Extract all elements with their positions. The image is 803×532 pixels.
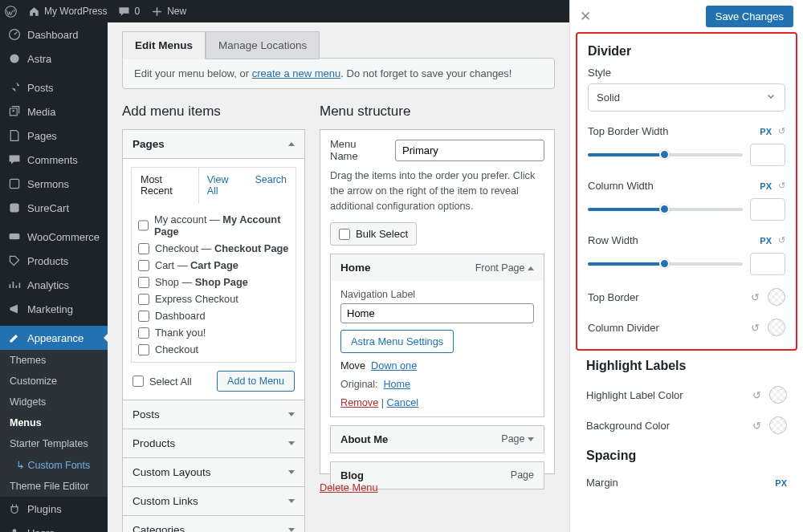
acc-pages-head[interactable]: Pages <box>123 130 304 158</box>
background-color-row: Background Color ↺ <box>586 416 787 434</box>
delete-menu-link[interactable]: Delete Menu <box>320 481 378 493</box>
acc-categories[interactable]: Categories <box>123 516 304 532</box>
style-select[interactable]: Solid <box>588 83 785 112</box>
row-width-slider[interactable] <box>588 262 743 266</box>
tab-manage-locations[interactable]: Manage Locations <box>206 31 320 59</box>
divider-section-highlight: Divider Style Solid Top Border Width PX↺… <box>576 32 797 351</box>
menu-name-label: Menu Name <box>330 138 385 162</box>
subnav-search[interactable]: Search <box>246 168 296 203</box>
pages-list: My account — My Account PageCheckout — C… <box>131 203 296 363</box>
comment-icon <box>118 6 130 18</box>
save-changes-button[interactable]: Save Changes <box>706 6 793 27</box>
subnav-viewall[interactable]: View All <box>198 168 247 203</box>
submenu-widgets[interactable]: Widgets <box>0 392 108 412</box>
astra-icon <box>8 52 21 65</box>
site-name[interactable]: My WordPress <box>28 6 107 18</box>
sidebar-item-astra[interactable]: Astra <box>0 47 108 71</box>
menu-item-about[interactable]: About Me Page <box>330 425 544 453</box>
nav-label-label: Navigation Label <box>340 289 534 300</box>
acc-products[interactable]: Products <box>123 429 304 457</box>
pages-subnav: Most Recent View All Search <box>131 167 296 203</box>
submenu-themes[interactable]: Themes <box>0 350 108 371</box>
column-width-slider[interactable] <box>588 208 743 211</box>
sidebar-item-media[interactable]: Media <box>0 99 108 124</box>
page-checkbox-row[interactable]: Thank you! <box>138 324 289 341</box>
surecart-icon <box>8 201 21 214</box>
reset-icon[interactable]: ↺ <box>778 181 785 191</box>
top-border-width-slider[interactable] <box>588 153 743 156</box>
column-divider-color-swatch[interactable] <box>768 319 785 336</box>
close-icon[interactable]: ✕ <box>580 8 591 25</box>
unit-px[interactable]: PX <box>760 181 772 191</box>
sidebar-item-surecart[interactable]: SureCart <box>0 196 108 220</box>
menu-item-home-head[interactable]: Home Front Page <box>331 254 544 281</box>
row-width-input[interactable] <box>750 253 785 275</box>
submenu-theme-file-editor[interactable]: Theme File Editor <box>0 476 108 497</box>
highlight-label-color-swatch[interactable] <box>769 386 787 404</box>
original-link[interactable]: Home <box>384 379 410 390</box>
sidebar-item-pages[interactable]: Pages <box>0 124 108 148</box>
top-border-width-input[interactable] <box>750 144 785 166</box>
sidebar-item-woocommerce[interactable]: WooCommerce <box>0 225 108 249</box>
sidebar-item-comments[interactable]: Comments <box>0 148 108 172</box>
unit-px[interactable]: PX <box>760 127 772 136</box>
top-border-width-row: Top Border Width PX↺ <box>588 125 785 166</box>
submenu-menus[interactable]: Menus <box>0 412 108 433</box>
page-checkbox-row[interactable]: Express Checkout <box>138 290 289 307</box>
wp-logo[interactable] <box>5 6 17 18</box>
top-border-color-row: Top Border ↺ <box>588 288 785 306</box>
reset-icon[interactable]: ↺ <box>751 291 760 303</box>
subnav-recent[interactable]: Most Recent <box>131 167 199 204</box>
row-width-row: Row Width PX↺ <box>588 234 785 275</box>
sidebar-item-posts[interactable]: Posts <box>0 75 108 99</box>
move-down-one[interactable]: Down one <box>371 360 417 372</box>
acc-custom-layouts[interactable]: Custom Layouts <box>123 458 304 486</box>
page-checkbox-row[interactable]: Dashboard <box>138 307 289 324</box>
dashboard-icon <box>8 28 21 41</box>
submenu-starter[interactable]: Starter Templates <box>0 433 108 454</box>
new-link[interactable]: New <box>151 6 186 18</box>
top-border-color-swatch[interactable] <box>768 288 785 306</box>
page-checkbox-row[interactable]: My account — My Account Page <box>138 211 289 240</box>
sidebar-item-users[interactable]: Users <box>0 521 108 532</box>
svg-point-6 <box>13 529 17 532</box>
reset-icon[interactable]: ↺ <box>752 389 761 401</box>
unit-px[interactable]: PX <box>760 236 772 246</box>
column-width-input[interactable] <box>750 198 785 221</box>
select-all[interactable]: Select All <box>132 373 192 390</box>
reset-icon[interactable]: ↺ <box>751 322 760 334</box>
sidebar-item-analytics[interactable]: Analytics <box>0 273 108 297</box>
sidebar-item-plugins[interactable]: Plugins <box>0 497 108 521</box>
page-checkbox-row[interactable]: Checkout <box>138 341 289 358</box>
cancel-item-link[interactable]: Cancel <box>387 397 419 408</box>
reset-icon[interactable]: ↺ <box>778 235 785 246</box>
site-name-text: My WordPress <box>44 6 107 17</box>
astra-menu-settings-button[interactable]: Astra Menu Settings <box>340 330 454 353</box>
submenu-customize[interactable]: Customize <box>0 371 108 392</box>
sidebar-item-marketing[interactable]: Marketing <box>0 297 108 321</box>
comments-link[interactable]: 0 <box>118 6 140 18</box>
page-checkbox-row[interactable]: Shop — Shop Page <box>138 274 289 290</box>
caret-down-icon <box>288 412 295 416</box>
create-new-menu-link[interactable]: create a new menu <box>252 67 341 79</box>
submenu-fonts[interactable]: ↳ Custom Fonts <box>0 454 108 476</box>
remove-item-link[interactable]: Remove <box>340 397 378 408</box>
caret-down-icon <box>288 499 295 503</box>
acc-posts[interactable]: Posts <box>123 400 304 428</box>
tab-edit-menus[interactable]: Edit Menus <box>122 31 206 59</box>
reset-icon[interactable]: ↺ <box>778 126 785 136</box>
bulk-select[interactable]: Bulk Select <box>330 222 417 246</box>
sidebar-item-appearance[interactable]: Appearance <box>0 326 108 350</box>
acc-custom-links[interactable]: Custom Links <box>123 487 304 515</box>
reset-icon[interactable]: ↺ <box>752 420 761 432</box>
page-checkbox-row[interactable]: Cart — Cart Page <box>138 257 289 274</box>
sidebar-item-products[interactable]: Products <box>0 249 108 273</box>
sidebar-item-sermons[interactable]: Sermons <box>0 172 108 196</box>
sidebar-item-dashboard[interactable]: Dashboard <box>0 22 108 47</box>
add-to-menu-button[interactable]: Add to Menu <box>217 371 295 392</box>
unit-px[interactable]: PX <box>775 478 787 488</box>
nav-label-input[interactable] <box>340 303 534 323</box>
menu-name-input[interactable] <box>395 140 544 161</box>
page-checkbox-row[interactable]: Checkout — Checkout Page <box>138 240 289 257</box>
background-color-swatch[interactable] <box>769 416 787 434</box>
